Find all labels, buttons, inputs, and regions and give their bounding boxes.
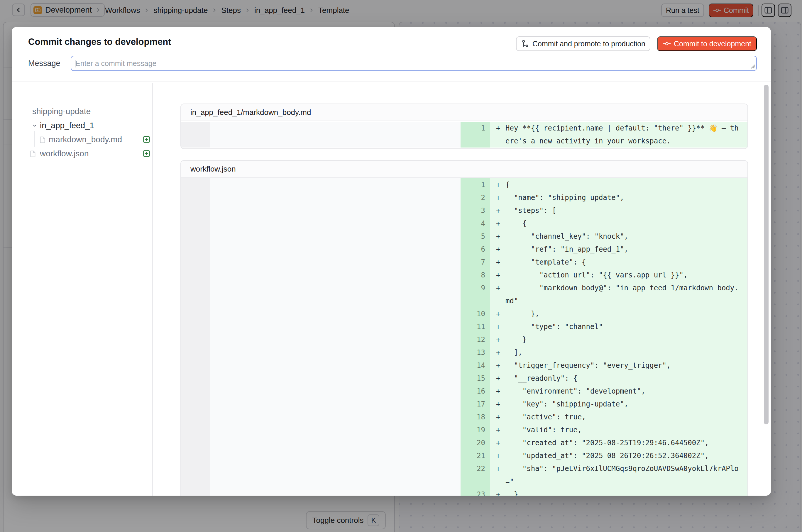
diff-line-number: 6 — [461, 243, 490, 256]
diff-old-gutter — [181, 282, 210, 307]
diff-code-text: } — [505, 488, 740, 496]
diff-old-code — [210, 346, 461, 359]
diff-old-code — [210, 282, 461, 307]
diff-line: 22+ "sha": "pJeLVir6xIlUCMGqs9qroZoUAVDS… — [181, 462, 747, 488]
diff-line-number: 3 — [461, 204, 490, 217]
diff-added-sign: + — [490, 191, 505, 204]
diff-old-code — [210, 307, 461, 320]
diff-line-number: 23 — [461, 488, 490, 496]
diff-line: 21+ "updated_at": "2025-08-26T20:26:52.3… — [181, 449, 747, 462]
diff-old-gutter — [181, 488, 210, 496]
diff-file-name: in_app_feed_1/markdown_body.md — [181, 104, 747, 121]
diff-new-code: + "ref": "in_app_feed_1", — [490, 243, 747, 256]
tree-file-markdown-body[interactable]: markdown_body.md — [12, 133, 152, 147]
diff-added-sign: + — [490, 398, 505, 411]
diff-added-sign: + — [490, 436, 505, 449]
chevron-down-icon — [32, 122, 38, 129]
diff-code-text: "trigger_frequency": "every_trigger", — [505, 359, 740, 372]
diff-line: 14+ "trigger_frequency": "every_trigger"… — [181, 359, 747, 372]
diff-line-number: 2 — [461, 191, 490, 204]
diff-added-sign: + — [490, 122, 505, 135]
diff-old-gutter — [181, 178, 210, 191]
diff-old-gutter — [181, 423, 210, 436]
tree-step-folder[interactable]: in_app_feed_1 — [12, 118, 152, 133]
diff-line: 2+ "name": "shipping-update", — [181, 191, 747, 204]
message-label: Message — [28, 56, 71, 71]
diff-line: 12+ } — [181, 333, 747, 346]
diff-old-gutter — [181, 449, 210, 462]
diff-new-code: + { — [490, 217, 747, 230]
diff-old-gutter — [181, 359, 210, 372]
modal-body: shipping-update in_app_feed_1 markdown_b… — [12, 83, 771, 496]
diff-new-code: + "channel_key": "knock", — [490, 230, 747, 243]
diff-line-number: 9 — [461, 282, 490, 307]
diff-line: 16+ "environment": "development", — [181, 385, 747, 398]
diff-line-number: 1 — [461, 178, 490, 191]
diff-line-number: 7 — [461, 256, 490, 269]
diff-line: 9+ "markdown_body@": "in_app_feed_1/mark… — [181, 282, 747, 307]
diff-new-code: + "valid": true, — [490, 423, 747, 436]
added-file-icon — [143, 150, 150, 157]
diff-code-text: "type": "channel" — [505, 320, 740, 333]
diff-line: 17+ "key": "shipping-update", — [181, 398, 747, 411]
diff-line: 10+ }, — [181, 307, 747, 320]
changed-files-tree: shipping-update in_app_feed_1 markdown_b… — [12, 83, 153, 496]
diff-line-number: 11 — [461, 320, 490, 333]
diff-code-text: "active": true, — [505, 411, 740, 423]
diff-line-number: 17 — [461, 398, 490, 411]
diff-old-gutter — [181, 385, 210, 398]
diff-old-code — [210, 411, 461, 423]
diff-new-code: + "type": "channel" — [490, 320, 747, 333]
commit-and-promote-button[interactable]: Commit and promote to production — [516, 36, 650, 51]
diff-old-gutter — [181, 230, 210, 243]
added-file-icon — [143, 136, 150, 143]
diff-code-text: "ref": "in_app_feed_1", — [505, 243, 740, 256]
diff-line-number: 12 — [461, 333, 490, 346]
diff-old-gutter — [181, 436, 210, 449]
diff-old-code — [210, 230, 461, 243]
commit-message-input[interactable] — [71, 56, 757, 71]
tree-file-workflow-json[interactable]: workflow.json — [12, 147, 152, 161]
diff-old-gutter — [181, 462, 210, 488]
diff-old-code — [210, 333, 461, 346]
diff-line-number: 14 — [461, 359, 490, 372]
diff-new-code: + "__readonly": { — [490, 372, 747, 385]
diff-old-code — [210, 178, 461, 191]
diff-old-code — [210, 204, 461, 217]
diff-line: 8+ "action_url": "{{ vars.app_url }}", — [181, 269, 747, 282]
diff-line-number: 5 — [461, 230, 490, 243]
diff-added-sign: + — [490, 488, 505, 496]
diff-added-sign: + — [490, 385, 505, 398]
diff-line-number: 4 — [461, 217, 490, 230]
diff-added-sign: + — [490, 411, 505, 423]
diff-line: 15+ "__readonly": { — [181, 372, 747, 385]
diff-code-text: "__readonly": { — [505, 372, 740, 385]
diff-added-sign: + — [490, 307, 505, 320]
diff-added-sign: + — [490, 217, 505, 230]
diff-old-code — [210, 385, 461, 398]
diff-code-text: "sha": "pJeLVir6xIlUCMGqs9qroZoUAVDSwA0y… — [505, 462, 740, 488]
diff-code-text: "valid": true, — [505, 423, 740, 436]
diff-line: 18+ "active": true, — [181, 411, 747, 423]
modal-scrollbar-thumb[interactable] — [764, 85, 768, 424]
diff-old-gutter — [181, 204, 210, 217]
diff-new-code: + "markdown_body@": "in_app_feed_1/markd… — [490, 282, 747, 307]
diff-old-code — [210, 243, 461, 256]
diff-added-sign: + — [490, 282, 505, 294]
diff-line-number: 13 — [461, 346, 490, 359]
diff-old-gutter — [181, 191, 210, 204]
diff-old-code — [210, 122, 461, 148]
diff-new-code: + "trigger_frequency": "every_trigger", — [490, 359, 747, 372]
diff-new-code: + } — [490, 333, 747, 346]
commit-to-development-button[interactable]: Commit to development — [657, 36, 757, 51]
modal-actions: Commit and promote to production Commit … — [516, 36, 757, 51]
diff-code-text: "key": "shipping-update", — [505, 398, 740, 411]
diff-old-gutter — [181, 217, 210, 230]
diff-line-number: 16 — [461, 385, 490, 398]
diff-old-gutter — [181, 122, 210, 148]
diff-added-sign: + — [490, 269, 505, 282]
diff-old-code — [210, 449, 461, 462]
diff-added-sign: + — [490, 230, 505, 243]
diff-old-gutter — [181, 333, 210, 346]
modal-header: Commit changes to development Commit and… — [12, 27, 771, 82]
